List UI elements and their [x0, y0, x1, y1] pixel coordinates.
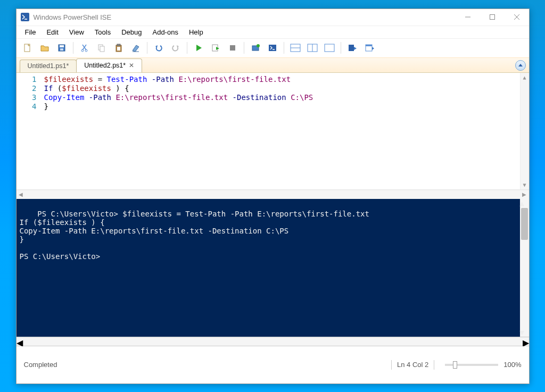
svg-rect-17: [117, 44, 120, 46]
tab-close-icon[interactable]: ✕: [129, 62, 134, 69]
menu-addons[interactable]: Add-ons: [147, 27, 183, 37]
svg-rect-25: [230, 45, 235, 51]
script-editor[interactable]: 1234 $fileexists = Test-Path -Path E:\re…: [16, 73, 529, 190]
close-button[interactable]: [505, 9, 529, 26]
svg-rect-15: [100, 46, 104, 52]
show-command-window-button[interactable]: [361, 40, 377, 56]
window-title: Windows PowerShell ISE: [34, 13, 456, 21]
scroll-left-icon[interactable]: ◀: [16, 338, 23, 346]
stop-button[interactable]: [225, 40, 241, 56]
minimize-button[interactable]: [456, 9, 480, 26]
editor-horizontal-scrollbar[interactable]: ◀ ▶: [16, 190, 529, 199]
svg-rect-34: [325, 44, 334, 52]
console-output: PS C:\Users\Victo> $fileexists = Test-Pa…: [20, 210, 369, 261]
cut-button[interactable]: [77, 40, 93, 56]
powershell-tab-button[interactable]: [265, 40, 280, 56]
tab-untitled1[interactable]: Untitled1.ps1*: [20, 60, 77, 72]
status-text: Completed: [24, 361, 57, 369]
paste-button[interactable]: [111, 40, 127, 56]
svg-rect-35: [349, 45, 354, 51]
svg-marker-40: [518, 64, 523, 66]
tab-label: Untitled1.ps1*: [28, 62, 69, 70]
open-file-button[interactable]: [37, 40, 53, 56]
redo-button[interactable]: [168, 40, 184, 56]
console-pane[interactable]: PS C:\Users\Victo> $fileexists = Test-Pa…: [16, 199, 529, 337]
clear-console-button[interactable]: [128, 40, 144, 56]
toggle-script-pane-button[interactable]: [515, 60, 526, 71]
scroll-up-icon[interactable]: ▲: [521, 73, 529, 82]
scroll-right-icon[interactable]: ▶: [520, 190, 529, 199]
menu-debug[interactable]: Debug: [116, 27, 147, 37]
layout-stacked-button[interactable]: [287, 40, 303, 56]
menu-file[interactable]: File: [20, 27, 42, 37]
new-file-button[interactable]: [20, 40, 36, 56]
svg-marker-39: [372, 47, 374, 50]
menu-tools[interactable]: Tools: [89, 27, 116, 37]
svg-point-27: [257, 44, 260, 47]
scrollbar-thumb[interactable]: [521, 208, 528, 240]
run-script-button[interactable]: [191, 40, 207, 56]
menu-edit[interactable]: Edit: [41, 27, 63, 37]
code-area[interactable]: $fileexists = Test-Path -Path E:\reports…: [42, 73, 520, 189]
scroll-down-icon[interactable]: ▼: [520, 328, 529, 337]
copy-button[interactable]: [94, 40, 110, 56]
scroll-left-icon[interactable]: ◀: [16, 190, 26, 199]
status-bar: Completed Ln 4 Col 2 100%: [16, 346, 529, 383]
tab-strip: Untitled1.ps1* Untitled2.ps1* ✕: [16, 58, 529, 73]
scroll-down-icon[interactable]: ▼: [521, 180, 529, 189]
powershell-app-icon: [21, 13, 29, 21]
title-bar: Windows PowerShell ISE: [16, 9, 529, 26]
new-remote-tab-button[interactable]: [247, 40, 263, 56]
svg-marker-36: [354, 47, 357, 50]
svg-rect-2: [490, 15, 494, 20]
editor-vertical-scrollbar[interactable]: ▲ ▼: [520, 73, 529, 189]
menu-help[interactable]: Help: [184, 27, 209, 37]
save-button[interactable]: [54, 40, 70, 56]
layout-side-button[interactable]: [304, 40, 320, 56]
app-window: Windows PowerShell ISE File Edit View To…: [16, 9, 530, 384]
cursor-position: Ln 4 Col 2: [397, 361, 428, 369]
svg-rect-28: [269, 45, 276, 51]
console-horizontal-scrollbar[interactable]: ◀ ▶: [16, 337, 529, 346]
menu-view[interactable]: View: [64, 27, 89, 37]
svg-rect-18: [117, 47, 120, 51]
scroll-right-icon[interactable]: ▶: [523, 338, 529, 346]
layout-max-button[interactable]: [321, 40, 337, 56]
tab-label: Untitled2.ps1*: [84, 62, 126, 69]
scroll-up-icon[interactable]: ▲: [520, 199, 529, 207]
svg-rect-9: [60, 48, 63, 51]
console-vertical-scrollbar[interactable]: ▲ ▼: [520, 199, 529, 337]
svg-marker-22: [196, 45, 202, 51]
zoom-slider-thumb[interactable]: [453, 361, 457, 369]
tab-untitled2[interactable]: Untitled2.ps1* ✕: [76, 59, 142, 72]
line-number-gutter: 1234: [16, 73, 42, 189]
run-selection-button[interactable]: [208, 40, 224, 56]
show-command-addon-button[interactable]: [344, 40, 360, 56]
zoom-level: 100%: [503, 361, 521, 369]
svg-rect-8: [60, 45, 64, 47]
maximize-button[interactable]: [480, 9, 505, 26]
undo-button[interactable]: [151, 40, 167, 56]
menu-bar: File Edit View Tools Debug Add-ons Help: [16, 26, 529, 39]
zoom-slider[interactable]: [445, 364, 498, 366]
toolbar: [16, 39, 529, 58]
svg-rect-38: [366, 45, 372, 46]
